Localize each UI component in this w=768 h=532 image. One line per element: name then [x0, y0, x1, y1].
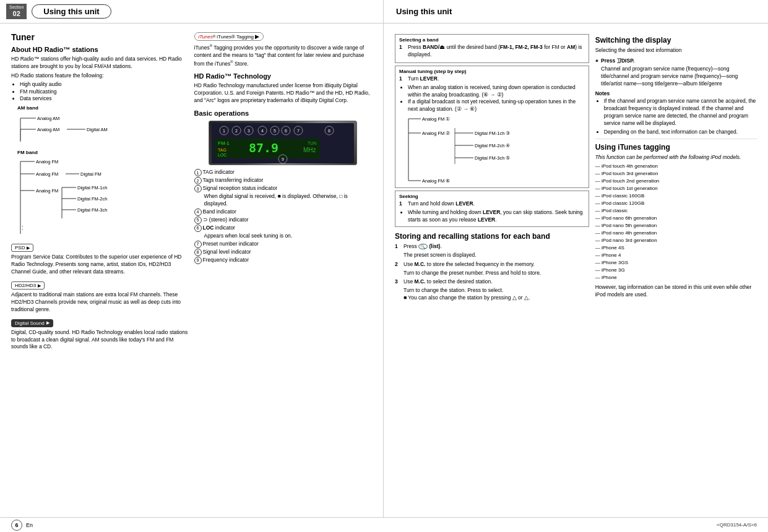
left-two-col: Tuner About HD Radio™ stations HD Radio™… [11, 32, 372, 351]
svg-text:Digital FM-1ch ③: Digital FM-1ch ③ [475, 131, 510, 136]
notes-list: If the channel and program service name … [604, 98, 757, 135]
indicators-list: 1 TAG indicator 2 Tags transferring indi… [194, 169, 373, 264]
storing-step3: 3 Use M.C. to select the desired station… [395, 278, 589, 286]
header-title-right: Using this unit [396, 7, 452, 16]
press-disp-label: Press ⌶/DISP. [601, 58, 634, 64]
seeking-bullets: While turning and holding down LEVER, yo… [408, 209, 585, 224]
using-itunes-section: Using iTunes tagging This function can b… [595, 143, 757, 299]
header-right: Using this unit [384, 0, 768, 23]
analog-fm-diagram: Analog FM ① Analog FM ② Digital FM-1ch ③… [405, 116, 585, 185]
indicator-2: 2 Tags transferring indicator [194, 177, 373, 184]
footer-lang: En [26, 522, 33, 528]
storing-step3-body: Turn to change the station. Press to sel… [403, 287, 589, 294]
svg-text:1: 1 [223, 129, 225, 133]
bullet-3: Data services [20, 95, 189, 103]
model-ipod-touch-4: iPod touch 4th generation [595, 163, 757, 170]
hd2-badge: HD2/HD3 ▶ [11, 281, 45, 290]
storing-title: Storing and recalling stations for each … [395, 232, 589, 241]
svg-text:Analog AM: Analog AM [37, 127, 59, 132]
footer-code: <QRD3154-A/S>6 [717, 522, 757, 528]
svg-text:Digital FM-2ch: Digital FM-2ch [77, 196, 107, 202]
model-ipod-classic-120: iPod classic 120GB [595, 200, 757, 207]
hd-radio-tech-title: HD Radio™ Technology [194, 72, 373, 80]
indicator-6-note: Appears when local seek tuning is on. [204, 233, 373, 240]
manual-tuning-step: 1 Turn LEVER. [399, 75, 585, 83]
svg-text:6: 6 [285, 129, 287, 133]
press-disp-item: ● Press ⌶/DISP. Channel and program serv… [595, 58, 757, 88]
right-side-col: Switching the display Selecting the desi… [595, 32, 757, 302]
note-2: Depending on the band, text information … [604, 129, 757, 136]
model-iphone: iPhone [595, 274, 757, 281]
svg-text:Digital FM: Digital FM [80, 171, 101, 177]
page-number: 6 [11, 520, 22, 531]
indicator-8: 8 Signal level indicator [194, 249, 373, 256]
storing-step1: 1 Press 🔍 (list). [395, 243, 589, 251]
right-main-col: Selecting a band 1 Press BAND/⏏ until th… [395, 32, 589, 302]
storing-step2-body: Turn to change the preset number. Press … [403, 270, 589, 277]
model-ipod-nano-3: iPod nano 3rd generation [595, 237, 757, 244]
right-two-col: Selecting a band 1 Press BAND/⏏ until th… [395, 32, 757, 302]
svg-text:FM-1: FM-1 [218, 140, 230, 146]
svg-text:Digital FM-1ch: Digital FM-1ch [77, 185, 107, 191]
model-ipod-nano-5: iPod nano 5th generation [595, 222, 757, 230]
switching-display-section: Switching the display Selecting the desi… [595, 36, 757, 136]
svg-text:MHz: MHz [303, 147, 316, 153]
hd2-text: Adjacent to traditional main stations ar… [11, 291, 189, 314]
notes-section: Notes If the channel and program service… [595, 90, 757, 135]
hd-radio-body1: HD Radio™ stations offer high-quality au… [11, 56, 189, 71]
svg-text:Analog FM ①: Analog FM ① [422, 116, 450, 122]
left-col: Tuner About HD Radio™ stations HD Radio™… [11, 32, 189, 351]
svg-text:9: 9 [282, 157, 284, 161]
psd-badge: PSD ▶ [11, 244, 33, 252]
section-num: 02 [13, 10, 20, 18]
selecting-band-step: 1 Press BAND/⏏ until the desired band (F… [399, 44, 585, 59]
am-band-diagram: AM band Analog AM Analog AM Digital AM [17, 105, 189, 147]
digital-sound-text: Digital, CD-quality sound. HD Radio Tech… [11, 329, 189, 351]
section-badge: Section 02 [6, 4, 27, 20]
indicator-5: 5 ⊃ (stereo) indicator [194, 217, 373, 224]
hd-radio-bullets: High quality audio FM multicasting Data … [20, 81, 189, 103]
svg-text:87.9: 87.9 [249, 140, 278, 155]
svg-text::: : [22, 224, 24, 231]
tuner-title: Tuner [11, 32, 189, 42]
psd-section: PSD ▶ Program Service Data: Contributes … [11, 241, 189, 276]
header-title-left: Using this unit [32, 4, 111, 19]
svg-text:Analog FM: Analog FM [36, 171, 58, 177]
svg-text:3: 3 [248, 129, 250, 133]
page-header: Section 02 Using this unit Using this un… [0, 0, 768, 24]
itunes-badge: iTunes ® iTunes® Tagging ▶ [194, 32, 264, 41]
seeking-box: Seeking 1 Turn and hold down LEVER. Whil… [395, 191, 589, 227]
manual-bullet-1: When an analog station is received, tuni… [408, 84, 585, 99]
model-ipod-nano-4: iPod nano 4th generation [595, 230, 757, 237]
svg-text:8: 8 [328, 129, 330, 133]
tuner-image: 1 2 3 4 5 6 7 8 [209, 121, 357, 165]
am-band-svg: Analog AM Analog AM Digital AM [17, 112, 126, 146]
psd-text: Program Service Data: Contributes to the… [11, 254, 189, 276]
content-area: Tuner About HD Radio™ stations HD Radio™… [0, 24, 768, 517]
model-ipod-touch-1: iPod touch 1st generation [595, 185, 757, 192]
using-itunes-italic: This function can be performed with the … [595, 154, 757, 161]
left-page: Tuner About HD Radio™ stations HD Radio™… [0, 24, 384, 517]
manual-bullet-2: If a digital broadcast is not yet receiv… [408, 98, 585, 113]
svg-text:Analog AM: Analog AM [37, 116, 59, 121]
hd-radio-title: About HD Radio™ stations [11, 46, 189, 53]
indicator-7: 7 Preset number indicator [194, 241, 373, 248]
indicator-6: 6 LOC indicator [194, 225, 373, 232]
seeking-title: Seeking [399, 194, 585, 199]
svg-text:5: 5 [274, 129, 276, 133]
itunes-body: iTunes® Tagging provides you the opportu… [194, 43, 373, 67]
svg-text:TUN: TUN [308, 141, 316, 145]
basic-ops-title: Basic operations [194, 109, 373, 117]
analog-fm-svg: Analog FM ① Analog FM ② Digital FM-1ch ③… [405, 116, 572, 184]
seeking-step: 1 Turn and hold down LEVER. [399, 200, 585, 208]
right-page: Selecting a band 1 Press BAND/⏏ until th… [384, 24, 768, 517]
indicator-9: 9 Frequency indicator [194, 257, 373, 264]
fm-band-svg: Analog FM Analog FM Digital FM Analog FM… [17, 157, 135, 237]
model-ipod-classic: iPod classic [595, 207, 757, 215]
svg-text:Analog FM ②: Analog FM ② [422, 131, 450, 136]
model-iphone-4: iPhone 4 [595, 252, 757, 259]
fm-band-label: FM band [17, 150, 189, 155]
model-iphone-4s: iPhone 4S [595, 244, 757, 252]
bullet-1: High quality audio [20, 81, 189, 88]
section-label: Section [9, 5, 24, 10]
